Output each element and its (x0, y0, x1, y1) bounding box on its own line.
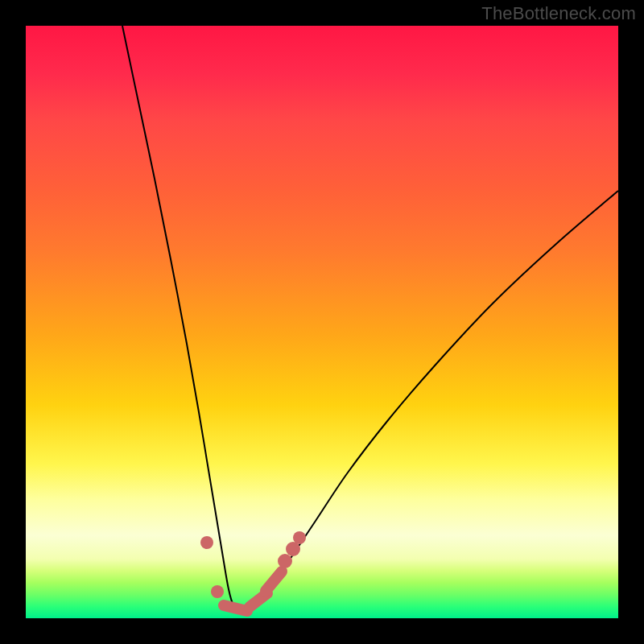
watermark-text: TheBottleneck.com (481, 3, 636, 24)
curve-marker-segment (224, 605, 247, 611)
curve-marker-dot (278, 554, 292, 568)
curve-marker-dot (211, 585, 224, 598)
plot-area (26, 26, 618, 618)
curve-marker-dot (293, 531, 306, 544)
chart-stage: TheBottleneck.com (0, 0, 644, 644)
curve-markers (200, 531, 306, 611)
curve-marker-segment (266, 572, 282, 591)
bottleneck-curve-svg (26, 26, 618, 618)
curve-marker-dot (200, 536, 213, 549)
bottleneck-curve (122, 26, 618, 611)
